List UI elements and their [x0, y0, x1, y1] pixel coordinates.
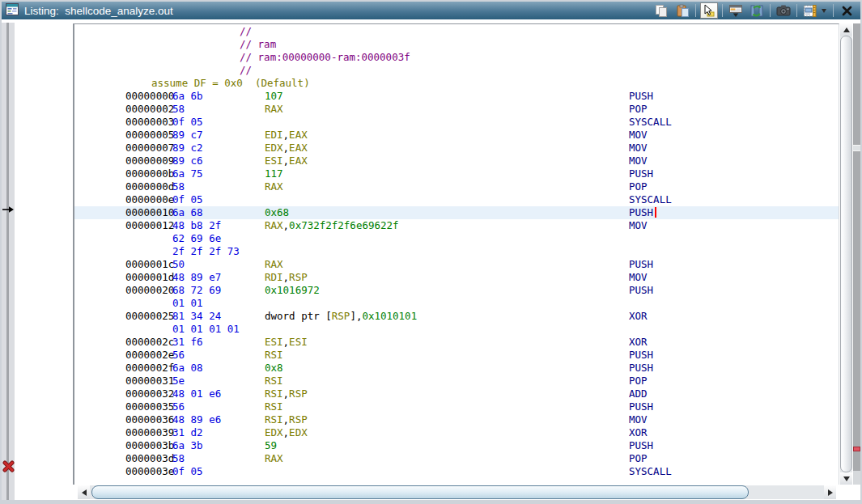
listing-line[interactable]: 0000003248 01 e6RSI,RSPADD: [74, 388, 839, 400]
marker-margin[interactable]: [2, 23, 15, 500]
operands-field[interactable]: 59: [265, 439, 277, 452]
operands-field[interactable]: ESI,EAX: [265, 155, 308, 167]
register-operand[interactable]: EDX: [289, 426, 308, 438]
operands-field[interactable]: ESI,ESI: [265, 336, 308, 349]
register-operand[interactable]: RSI: [265, 375, 283, 387]
mnemonic-field[interactable]: POP: [629, 452, 648, 465]
address-field[interactable]: 00000007: [125, 142, 174, 155]
bytes-field[interactable]: 31 f6: [172, 336, 203, 349]
copy-button[interactable]: [652, 2, 670, 19]
listing-line[interactable]: 000000315eRSIPOP: [74, 375, 839, 388]
register-operand[interactable]: RAX: [265, 258, 283, 270]
assume-field[interactable]: assume DF = 0x0 (Default): [151, 77, 310, 90]
mnemonic-field[interactable]: POP: [629, 180, 648, 193]
operand-text[interactable]: ,: [283, 155, 290, 167]
address-field[interactable]: 0000000b: [125, 167, 174, 180]
register-operand[interactable]: RSP: [332, 310, 350, 322]
listing-line[interactable]: 0000000589 c7EDI,EAXMOV: [74, 129, 839, 142]
mnemonic-field[interactable]: PUSH: [629, 206, 656, 219]
mnemonic-field[interactable]: MOV: [629, 142, 648, 155]
listing-line[interactable]: 0000003648 89 e6RSI,RSPMOV: [74, 413, 839, 426]
address-field[interactable]: 00000020: [125, 284, 174, 297]
bytes-field[interactable]: 48 89 e7: [172, 271, 221, 284]
bytes-field[interactable]: 2f 2f 2f 73: [172, 245, 240, 258]
register-operand[interactable]: RAX: [265, 452, 283, 464]
register-operand[interactable]: RSP: [289, 271, 308, 283]
operands-field[interactable]: RAX,0x732f2f2f6e69622f: [265, 219, 399, 232]
operands-field[interactable]: RSI: [265, 349, 283, 362]
mnemonic-field[interactable]: PUSH: [629, 439, 653, 452]
mnemonic-field[interactable]: PUSH: [629, 90, 653, 103]
constant-operand[interactable]: 0x68: [265, 206, 289, 218]
listing-line[interactable]: 000000006a 6b107PUSH: [74, 90, 839, 103]
operands-field[interactable]: RSI,RSP: [265, 388, 308, 400]
operands-field[interactable]: EDI,EAX: [265, 129, 308, 142]
mnemonic-field[interactable]: ADD: [629, 388, 648, 400]
operand-text[interactable]: dword ptr [: [265, 310, 332, 322]
constant-operand[interactable]: 0x732f2f2f6e69622f: [289, 219, 398, 231]
register-operand[interactable]: RDI: [265, 271, 283, 283]
operands-field[interactable]: EDX,EAX: [265, 142, 308, 155]
listing-line[interactable]: 0000002c31 f6ESI,ESIXOR: [74, 336, 839, 349]
scroll-up-button[interactable]: [840, 23, 852, 36]
bytes-field[interactable]: 89 c7: [172, 129, 203, 142]
address-field[interactable]: 0000002c: [125, 336, 174, 349]
listing-line[interactable]: 0000001248 b8 2fRAX,0x732f2f2f6e69622fMO…: [74, 219, 839, 232]
address-field[interactable]: 00000002: [125, 103, 174, 116]
window-titlebar[interactable]: Listing: shellcode_analyze.out: [2, 2, 860, 19]
address-field[interactable]: 00000036: [125, 413, 174, 426]
mnemonic-field[interactable]: PUSH: [629, 349, 653, 362]
diff-view-menu-button[interactable]: [819, 2, 829, 19]
overview-margin[interactable]: [853, 23, 860, 485]
listing-line[interactable]: 0000003931 d2EDX,EDXXOR: [74, 426, 839, 439]
listing-line[interactable]: 0000000d58RAXPOP: [74, 180, 839, 193]
address-field[interactable]: 0000003e: [125, 465, 174, 478]
operands-field[interactable]: 107: [265, 90, 283, 103]
operand-text[interactable]: ,: [283, 413, 290, 426]
mnemonic-field[interactable]: POP: [629, 375, 648, 388]
operands-field[interactable]: RAX: [265, 180, 283, 193]
bytes-field[interactable]: 0f 05: [172, 465, 203, 478]
operands-field[interactable]: RAX: [265, 258, 283, 271]
horizontal-scrollbar-thumb[interactable]: [91, 485, 749, 499]
mnemonic-field[interactable]: SYSCALL: [629, 193, 672, 206]
operand-text[interactable]: ,: [283, 388, 290, 400]
mnemonic-field[interactable]: MOV: [629, 219, 648, 232]
register-operand[interactable]: RSI: [265, 413, 283, 426]
bytes-field[interactable]: 01 01: [172, 297, 203, 310]
listing-line[interactable]: 0000003e0f 05SYSCALL: [74, 465, 839, 478]
operands-field[interactable]: 0x1016972: [265, 284, 320, 297]
mnemonic-field[interactable]: XOR: [629, 336, 648, 349]
listing-line[interactable]: 0000002068 72 690x1016972PUSH: [74, 284, 839, 297]
constant-operand[interactable]: 0x8: [265, 362, 283, 374]
bytes-field[interactable]: 31 d2: [172, 426, 203, 439]
snapshot-button[interactable]: [775, 2, 792, 19]
bytes-field[interactable]: 6a 68: [172, 206, 203, 219]
listing-line[interactable]: // ram:00000000-ram:0000003f: [74, 51, 839, 64]
operands-field[interactable]: RSI: [265, 400, 283, 413]
vertical-scrollbar[interactable]: [840, 23, 852, 485]
address-field[interactable]: 0000000d: [125, 180, 174, 193]
listing-line[interactable]: 2f 2f 2f 73: [74, 245, 839, 258]
mnemonic-field[interactable]: PUSH: [629, 362, 653, 375]
mnemonic-field[interactable]: SYSCALL: [629, 465, 672, 478]
address-field[interactable]: 0000003b: [125, 439, 174, 452]
scroll-left-button[interactable]: [78, 485, 90, 499]
register-operand[interactable]: RSI: [265, 400, 283, 413]
address-field[interactable]: 0000002f: [125, 362, 174, 375]
operands-field[interactable]: RSI: [265, 375, 283, 388]
register-operand[interactable]: EAX: [289, 155, 308, 167]
address-field[interactable]: 00000031: [125, 375, 174, 388]
mnemonic-field[interactable]: PUSH: [629, 167, 653, 180]
operands-field[interactable]: RSI,RSP: [265, 413, 308, 426]
bytes-field[interactable]: 56: [172, 349, 185, 362]
address-field[interactable]: 0000000e: [125, 193, 174, 206]
register-operand[interactable]: RAX: [265, 103, 283, 115]
listing-line-current[interactable]: 000000106a 680x68PUSH: [74, 206, 839, 219]
operands-field[interactable]: 0x68: [265, 206, 289, 219]
operands-field[interactable]: 0x8: [265, 362, 283, 375]
listing-line[interactable]: 0000000989 c6ESI,EAXMOV: [74, 155, 839, 167]
register-operand[interactable]: RSP: [289, 388, 308, 400]
bytes-field[interactable]: 81 34 24: [172, 310, 221, 323]
operand-text[interactable]: ,: [283, 271, 290, 283]
